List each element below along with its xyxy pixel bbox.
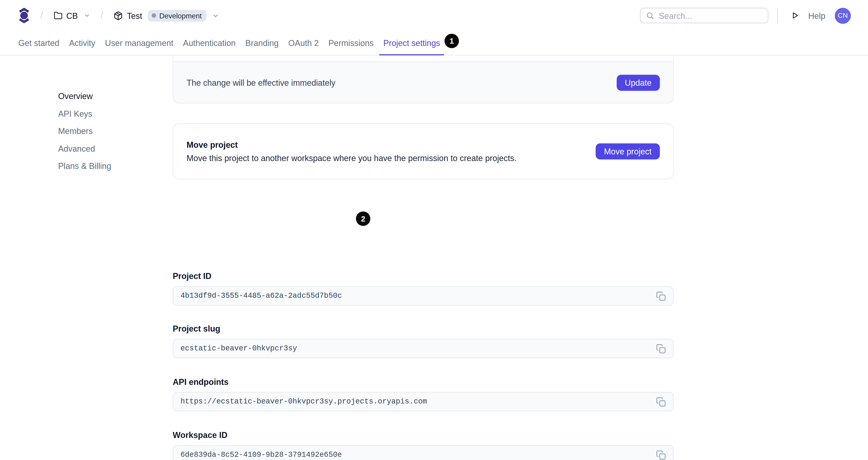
copy-icon[interactable] [654,341,668,356]
update-note: The change will be effective immediately [187,78,616,88]
help-link[interactable]: Help [808,11,825,20]
breadcrumb-project[interactable]: Test Development [114,10,220,21]
folder-icon [54,11,62,20]
topbar-divider [777,8,778,23]
topbar: / CB / [0,0,868,31]
breadcrumb-separator: / [40,10,43,21]
project-nav-tabs: Get started Activity User management Aut… [0,31,868,55]
copy-icon[interactable] [654,289,668,303]
move-project-text: Move project Move this project to anothe… [187,140,596,163]
workspace-id-field: 6de839da-8c52-4109-9b28-3791492e650e [173,445,674,460]
update-card-footer: The change will be effective immediately… [173,61,673,103]
copy-icon[interactable] [654,448,668,460]
sidebar-item-plans-billing[interactable]: Plans & Billing [58,161,111,171]
breadcrumb: / CB / [19,0,220,31]
move-project-title: Move project [187,140,596,150]
annotation-badge-2: 2 [356,211,370,226]
tab-get-started[interactable]: Get started [19,31,60,55]
project-slug-group: Project slug ecstatic-beaver-0hkvpcr3sy [173,324,674,358]
update-card-body-cut [173,55,673,62]
project-slug-value: ecstatic-beaver-0hkvpcr3sy [180,344,654,353]
package-icon [114,11,123,20]
sidebar-item-overview[interactable]: Overview [58,91,111,101]
breadcrumb-separator: / [101,10,103,21]
tab-authentication[interactable]: Authentication [183,31,236,55]
sidebar-item-members[interactable]: Members [58,126,111,136]
tab-branding[interactable]: Branding [245,31,279,55]
update-button[interactable]: Update [616,75,660,91]
tab-activity[interactable]: Activity [69,31,95,55]
settings-sidebar: Overview API Keys Members Advanced Plans… [58,91,111,171]
environment-label: Development [159,11,202,20]
topbar-actions: Help CN [640,0,851,31]
tab-project-settings[interactable]: Project settings 1 [383,31,440,55]
project-id-field: 4b13df9d-3555-4485-a62a-2adc55d7b50c [173,286,674,306]
app-window: / CB / [0,0,868,460]
workspace-id-value: 6de839da-8c52-4109-9b28-3791492e650e [180,451,654,459]
annotation-badge-1: 1 [444,34,459,48]
project-name: Test [127,11,142,20]
api-endpoints-group: API endpoints https://ecstatic-beaver-0h… [173,377,674,411]
tab-user-management[interactable]: User management [105,31,173,55]
project-id-group: Project ID 4b13df9d-3555-4485-a62a-2adc5… [173,271,674,306]
move-project-description: Move this project to another workspace w… [187,153,596,163]
workspace-id-label: Workspace ID [173,430,674,440]
api-endpoints-field: https://ecstatic-beaver-0hkvpcr3sy.proje… [173,392,674,411]
environment-dot-icon [152,13,156,18]
tab-permissions[interactable]: Permissions [329,31,374,55]
move-project-button[interactable]: Move project [596,143,660,159]
copy-icon[interactable] [654,395,668,409]
avatar[interactable]: CN [835,7,851,24]
tab-oauth2[interactable]: OAuth 2 [288,31,319,55]
project-id-label: Project ID [173,271,674,281]
environment-badge: Development [148,10,207,21]
search-icon [646,11,654,20]
sidebar-item-api-keys[interactable]: API Keys [58,109,111,119]
play-icon[interactable] [787,8,803,23]
workspace-name: CB [66,11,78,20]
project-slug-field: ecstatic-beaver-0hkvpcr3sy [173,339,674,358]
chevron-down-icon [212,12,219,19]
project-slug-label: Project slug [173,324,674,334]
ory-network-logo[interactable] [19,7,30,24]
update-card: The change will be effective immediately… [173,55,674,104]
sidebar-item-advanced[interactable]: Advanced [58,144,111,153]
tab-project-settings-label: Project settings [383,38,440,48]
search-box [640,8,769,23]
workspace-id-group: Workspace ID 6de839da-8c52-4109-9b28-379… [173,430,674,460]
api-endpoints-label: API endpoints [173,377,674,387]
project-id-value: 4b13df9d-3555-4485-a62a-2adc55d7b50c [180,292,654,300]
move-project-card: Move project Move this project to anothe… [173,123,674,179]
search-input[interactable] [659,11,763,20]
api-endpoints-value: https://ecstatic-beaver-0hkvpcr3sy.proje… [180,398,654,406]
chevron-down-icon [84,12,90,19]
breadcrumb-workspace[interactable]: CB [54,11,90,20]
